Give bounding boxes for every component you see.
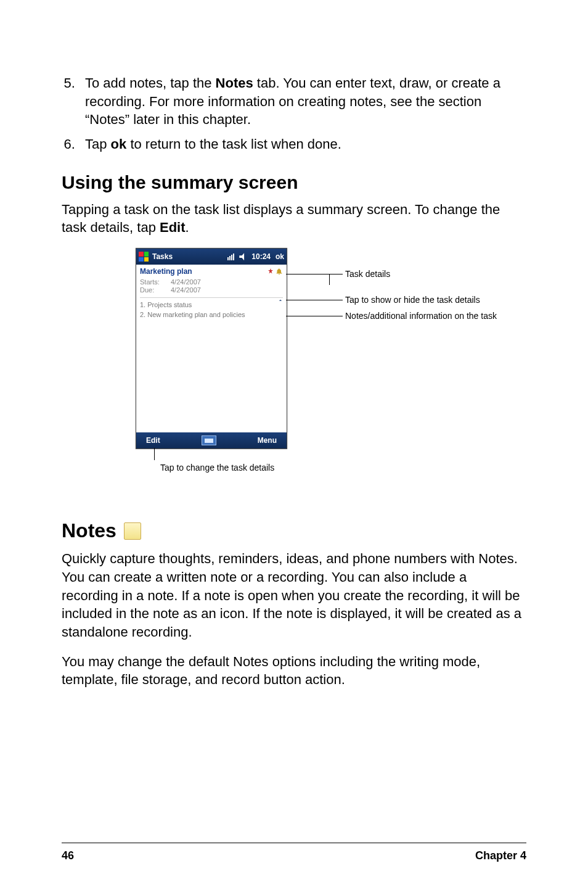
annotation-task-details: Task details [345, 269, 390, 279]
signal-icon [227, 254, 234, 260]
divider [140, 297, 283, 298]
numbered-list: To add notes, tap the Notes tab. You can… [62, 74, 526, 154]
paragraph: Quickly capture thoughts, reminders, ide… [62, 550, 526, 641]
annotation-caption: Tap to change the task details [160, 463, 274, 472]
priority-icon [267, 268, 274, 275]
annotation-connector [329, 274, 343, 274]
notes-tab-label: Notes [216, 75, 253, 91]
starts-label: Starts: [140, 278, 171, 286]
heading-using-summary: Using the summary screen [62, 172, 526, 193]
priority-reminder-icons [267, 268, 283, 275]
app-name: Tasks [152, 252, 173, 261]
annotation-toggle-details: Tap to show or hide the task details [345, 295, 480, 305]
heading-notes: Notes [62, 519, 526, 542]
text: . [186, 220, 189, 235]
edit-label: Edit [160, 220, 186, 235]
annotation-connector [329, 274, 330, 285]
page-footer: 46 Chapter 4 [62, 843, 526, 862]
clock: 10:24 [251, 252, 271, 261]
list-item-6: Tap ok to return to the task list when d… [79, 135, 526, 154]
annotation-connector [286, 274, 329, 274]
ok-label: ok [111, 136, 127, 152]
device-frame: Tasks 10:24 ok Marketing plan Starts: 4 [136, 248, 287, 449]
notes-app-icon [124, 522, 141, 540]
notes-line: 1. Projects status [140, 300, 283, 310]
annotation-connector [286, 300, 343, 300]
start-icon[interactable] [139, 252, 149, 262]
due-value: 4/24/2007 [171, 286, 283, 294]
due-label: Due: [140, 286, 171, 294]
list-item-5: To add notes, tap the Notes tab. You can… [79, 74, 526, 129]
task-title: Marketing plan [140, 267, 192, 276]
ok-button[interactable]: ok [276, 252, 284, 261]
toggle-details-button[interactable] [277, 297, 284, 304]
annotation-connector [286, 316, 343, 316]
annotation-connector [154, 448, 155, 460]
page-number: 46 [62, 849, 74, 862]
device-bottombar: Edit Menu [136, 432, 287, 448]
text: to return to the task list when done. [126, 136, 341, 152]
edit-softkey[interactable]: Edit [146, 436, 160, 445]
heading-notes-text: Notes [62, 519, 116, 542]
paragraph: Tapping a task on the task list displays… [62, 200, 526, 237]
speaker-icon [239, 253, 247, 260]
starts-value: 4/24/2007 [171, 278, 283, 286]
task-meta: Starts: 4/24/2007 Due: 4/24/2007 [136, 278, 287, 296]
keyboard-icon[interactable] [202, 435, 216, 445]
text: Tapping a task on the task list displays… [62, 202, 500, 236]
annotation-notes-info: Notes/additional information on the task [345, 311, 497, 321]
device-screenshot-figure: Tasks 10:24 ok Marketing plan Starts: 4 [136, 248, 526, 482]
text: Tap [85, 136, 111, 152]
notes-line: 2. New marketing plan and policies [140, 310, 283, 320]
device-titlebar: Tasks 10:24 ok [136, 249, 287, 265]
task-notes-content: 1. Projects status 2. New marketing plan… [136, 299, 287, 321]
bell-icon [276, 268, 283, 275]
paragraph: You may change the default Notes options… [62, 653, 526, 689]
text: To add notes, tap the [85, 75, 216, 91]
task-title-row: Marketing plan [136, 265, 287, 278]
chapter-label: Chapter 4 [475, 849, 526, 862]
menu-softkey[interactable]: Menu [258, 436, 277, 445]
